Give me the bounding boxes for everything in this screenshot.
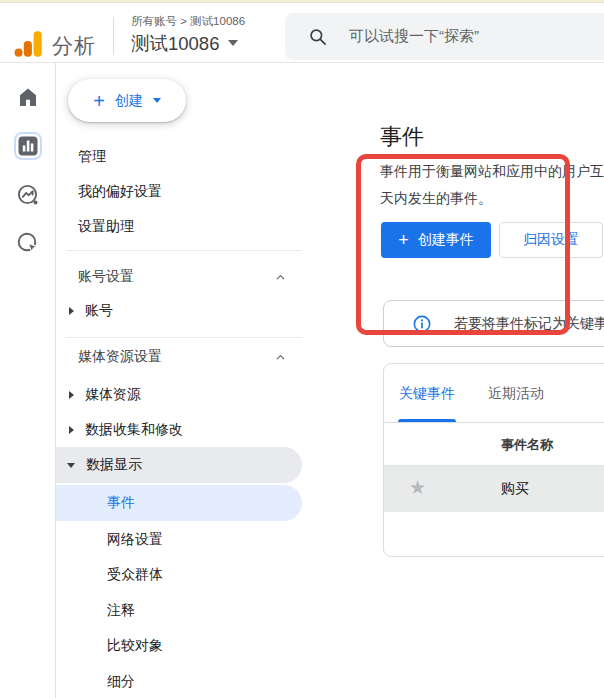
- sidebar-section-property-settings[interactable]: 媒体资源设置: [56, 339, 302, 375]
- sidebar-item-events-selected[interactable]: 事件: [56, 485, 302, 521]
- chevron-up-icon: [275, 352, 286, 363]
- breadcrumb: 所有账号 > 测试10086: [131, 14, 245, 29]
- tab-key-events[interactable]: 关键事件: [398, 364, 456, 423]
- header-border: [0, 62, 604, 63]
- reports-bar-chart-icon[interactable]: [16, 134, 40, 158]
- sidebar-item-data-display[interactable]: 数据显示: [56, 447, 302, 483]
- expander-right-icon: [69, 307, 74, 315]
- account-switcher[interactable]: 测试10086: [131, 30, 238, 56]
- sidebar-divider: [66, 337, 302, 338]
- description-line-2: 天内发生的事件。: [380, 185, 604, 212]
- search-icon: [308, 27, 328, 47]
- sidebar-item-property[interactable]: 媒体资源: [56, 377, 302, 413]
- advertising-icon[interactable]: [16, 231, 40, 255]
- sidebar-divider: [66, 250, 302, 251]
- attribution-settings-button[interactable]: 归因设置: [499, 222, 603, 258]
- home-icon[interactable]: [16, 85, 40, 109]
- sidebar-section-account-settings[interactable]: 账号设置: [56, 259, 302, 295]
- header-divider: [113, 17, 114, 55]
- sidebar-item-admin[interactable]: 管理: [56, 139, 302, 175]
- banner-text: 若要将事件标记为关键事件: [454, 315, 604, 333]
- sidebar-item-setup-assistant[interactable]: 设置助理: [56, 209, 302, 245]
- explore-icon[interactable]: [16, 183, 40, 207]
- page-description: 事件用于衡量网站和应用中的用户互 天内发生的事件。: [380, 158, 604, 212]
- info-icon: [412, 314, 432, 334]
- table-tabs: 关键事件 近期活动: [384, 364, 604, 423]
- expander-down-icon: [67, 463, 75, 468]
- column-header-event-name: 事件名称: [501, 423, 553, 466]
- chevron-down-icon: [228, 40, 238, 46]
- events-table-card: 关键事件 近期活动 事件名称 ★ 购买: [383, 363, 604, 557]
- google-analytics-logo-icon[interactable]: [14, 30, 44, 58]
- sidebar-item-data-collection[interactable]: 数据收集和修改: [56, 412, 302, 448]
- app-title: 分析: [52, 32, 96, 60]
- expander-right-icon: [69, 426, 74, 434]
- sidebar-item-annotations[interactable]: 注释: [56, 593, 302, 629]
- active-tab-indicator: [398, 419, 456, 422]
- info-banner: 若要将事件标记为关键事件: [383, 300, 604, 347]
- create-button[interactable]: + 创建: [68, 79, 186, 122]
- sidebar-item-audiences[interactable]: 受众群体: [56, 557, 302, 593]
- create-event-button[interactable]: + 创建事件: [381, 222, 491, 258]
- sidebar-item-comparisons[interactable]: 比较对象: [56, 628, 302, 664]
- plus-icon: +: [398, 231, 409, 249]
- chevron-up-icon: [275, 272, 286, 283]
- page-title: 事件: [380, 122, 424, 152]
- sidebar-item-segments[interactable]: 细分: [56, 664, 302, 698]
- sidebar-item-preferences[interactable]: 我的偏好设置: [56, 174, 302, 210]
- app-header: 分析 所有账号 > 测试10086 测试10086 可以试搜一下“探索”: [0, 3, 604, 63]
- analytics-app: 分析 所有账号 > 测试10086 测试10086 可以试搜一下“探索”: [0, 0, 604, 698]
- account-name: 测试10086: [131, 31, 219, 56]
- table-row[interactable]: ★ 购买: [384, 466, 604, 512]
- star-icon[interactable]: ★: [409, 478, 426, 497]
- tab-recent-activity[interactable]: 近期活动: [487, 364, 545, 423]
- nav-rail: [0, 63, 56, 698]
- description-line-1: 事件用于衡量网站和应用中的用户互: [380, 158, 604, 185]
- search-placeholder: 可以试搜一下“探索”: [349, 27, 479, 46]
- expander-right-icon: [69, 391, 74, 399]
- event-name-cell: 购买: [501, 466, 529, 512]
- sidebar-item-network-settings[interactable]: 网络设置: [56, 522, 302, 558]
- sidebar-item-account[interactable]: 账号: [56, 293, 302, 329]
- search-bar[interactable]: 可以试搜一下“探索”: [285, 13, 604, 60]
- plus-icon: +: [93, 91, 105, 111]
- table-header-row: 事件名称: [384, 423, 604, 466]
- chevron-down-icon: [153, 98, 161, 103]
